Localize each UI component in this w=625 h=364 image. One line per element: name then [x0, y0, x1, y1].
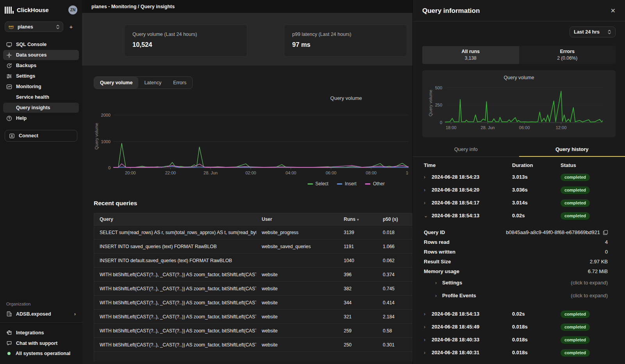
app-window: ClickHouse ZN aws planes + SQL Console — [0, 0, 625, 364]
profile-events-expander[interactable]: ›Profile Events (click to expand) — [413, 289, 625, 302]
tab-query-info[interactable]: Query info — [413, 143, 519, 156]
history-row[interactable]: › 2024-06-28 18:54:13 0.02s completed — [413, 307, 625, 320]
sidebar-item-integrations[interactable]: Integrations — [0, 327, 82, 338]
sidebar-item-label: Help — [16, 115, 27, 121]
sidebar-item-label: Backups — [16, 63, 36, 68]
copy-icon[interactable] — [603, 230, 608, 235]
query-volume-chart: Query volume 01000200020:0022:0028. Jun0… — [94, 92, 412, 190]
time-range-select[interactable]: Last 24 hrs — [570, 27, 616, 37]
settings-expander[interactable]: ›Settings (click to expand) — [413, 276, 625, 289]
svg-text:08:00: 08:00 — [366, 170, 377, 175]
organization-icon — [6, 311, 12, 317]
stat-label: p99 latency (Last 24 hours) — [292, 32, 399, 37]
stats-band: Query volume (Last 24 hours) 10,524 p99 … — [82, 13, 412, 66]
toggle-errors[interactable]: Errors 2 (0.06%) — [519, 46, 616, 64]
history-row[interactable]: › 2024-06-28 18:45:49 0.018s completed — [413, 320, 625, 333]
legend-label: Insert — [345, 181, 357, 186]
column-runs[interactable]: Runs▾ — [338, 217, 377, 222]
chart-title: Query volume — [330, 95, 362, 101]
table-row[interactable]: INSERT INTO default.saved_queries (text)… — [94, 253, 412, 267]
service-select[interactable]: aws planes — [5, 21, 63, 32]
chevron-right-icon: › — [424, 174, 432, 180]
chat-support-label: Chat with support — [16, 341, 57, 346]
history-row[interactable]: › 2024-06-28 18:54:20 3.036s completed — [413, 183, 625, 196]
history-row[interactable]: › 2024-06-28 18:40:31 0.018s completed — [413, 346, 625, 359]
system-status[interactable]: All systems operational — [0, 348, 82, 359]
sidebar-item-label: Service health — [16, 94, 49, 100]
chevron-right-icon: › — [424, 324, 432, 330]
detail-result-size: Result Size 2.97 KB — [413, 257, 625, 266]
toggle-label: Errors — [519, 49, 616, 54]
svg-text:500: 500 — [435, 85, 442, 90]
user-avatar[interactable]: ZN — [68, 5, 77, 14]
svg-text:22:00: 22:00 — [165, 170, 176, 175]
tab-latency[interactable]: Latency — [138, 77, 167, 89]
status-badge: completed — [561, 336, 590, 344]
status-badge: completed — [561, 174, 590, 181]
legend-item-select[interactable]: Select — [307, 181, 328, 186]
svg-text:28. Jun: 28. Jun — [204, 170, 218, 175]
data-sources-icon — [6, 52, 12, 58]
status-badge: completed — [561, 212, 590, 220]
sidebar-item-chat-support[interactable]: Chat with support — [0, 338, 82, 348]
sidebar-item-label: SQL Console — [16, 42, 46, 47]
status-badge: completed — [561, 186, 590, 194]
brand-name: ClickHouse — [17, 7, 68, 13]
chevron-right-icon: › — [435, 280, 437, 286]
service-select-value: planes — [18, 24, 53, 30]
toggle-label: All runs — [422, 49, 519, 54]
history-row[interactable]: › 2024-06-28 18:54:23 3.013s completed — [413, 170, 625, 183]
chevron-right-icon: › — [424, 337, 432, 343]
table-row[interactable]: SELECT sum(read_rows) AS r, sum(total_ro… — [94, 225, 412, 239]
history-row[interactable]: › 2024-06-28 18:40:33 0.018s completed — [413, 333, 625, 346]
chevron-right-icon: › — [424, 311, 432, 317]
close-icon[interactable]: ✕ — [611, 8, 616, 14]
table-row[interactable]: WITH bitShiftLeft(CAST(?..), _CAST(?..))… — [94, 295, 412, 309]
breadcrumb: planes - Monitoring / Query insights — [91, 4, 175, 9]
table-row[interactable]: INSERT INTO saved_queries (text) FORMAT … — [94, 239, 412, 253]
table-row[interactable]: WITH bitShiftLeft(CAST(?..), _CAST(?..))… — [94, 337, 412, 352]
tab-query-history[interactable]: Query history — [519, 143, 625, 157]
column-time: Time — [424, 162, 512, 168]
legend-item-insert[interactable]: Insert — [337, 181, 357, 186]
sidebar-item-backups[interactable]: Backups — [3, 60, 79, 71]
stat-value: 10,524 — [132, 41, 239, 48]
add-service-button[interactable]: + — [67, 23, 75, 30]
sidebar-item-settings[interactable]: Settings — [3, 71, 79, 81]
integrations-icon — [6, 330, 12, 336]
stat-card-query-volume: Query volume (Last 24 hours) 10,524 — [124, 25, 247, 57]
sidebar-item-service-health[interactable]: Service health — [3, 92, 79, 102]
table-row[interactable]: WITH bitShiftLeft(CAST(?..), _CAST(?..))… — [94, 281, 412, 295]
organization-switcher[interactable]: ADSB.exposed › — [0, 309, 82, 322]
column-user: User — [256, 217, 338, 222]
svg-text:06:00: 06:00 — [326, 170, 337, 175]
svg-text:Query volume: Query volume — [94, 123, 99, 149]
sidebar-item-help[interactable]: Help — [3, 113, 79, 123]
svg-text:0: 0 — [440, 120, 442, 125]
history-header: Time Duration Status — [413, 157, 625, 170]
sidebar-item-sql-console[interactable]: SQL Console — [3, 39, 79, 50]
mini-chart-title: Query volume — [428, 75, 610, 80]
connect-button[interactable]: Connect — [5, 130, 77, 142]
chevron-right-icon: › — [74, 311, 76, 317]
chevron-right-icon: › — [424, 200, 432, 206]
svg-text:10:00: 10:00 — [406, 170, 409, 175]
stat-card-p99-latency: p99 latency (Last 24 hours) 97 ms — [284, 25, 407, 57]
table-row[interactable]: WITH bitShiftLeft(CAST(?..), _CAST(?..))… — [94, 309, 412, 323]
history-row-expanded[interactable]: ⌄ 2024-06-28 18:54:13 0.02s completed — [413, 209, 625, 222]
svg-text:aws: aws — [9, 25, 14, 28]
history-row[interactable]: › 2024-06-28 18:54:17 3.014s completed — [413, 196, 625, 209]
toggle-all-runs[interactable]: All runs 3,138 — [422, 46, 519, 64]
tab-errors[interactable]: Errors — [167, 77, 192, 89]
sidebar-item-query-insights[interactable]: Query insights — [3, 103, 79, 113]
table-row[interactable]: WITH bitShiftLeft(CAST(?..), _CAST(?..))… — [94, 267, 412, 281]
legend-item-other[interactable]: Other — [365, 181, 385, 186]
sidebar-item-monitoring[interactable]: Monitoring — [3, 82, 79, 92]
detail-query-id: Query ID b0845aa9-a8c9-49f0-8f68-e678669… — [413, 227, 625, 237]
sidebar-item-data-sources[interactable]: Data sources — [3, 50, 79, 60]
svg-text:12:00: 12:00 — [556, 125, 567, 130]
toggle-value: 2 (0.06%) — [519, 55, 616, 61]
table-row[interactable]: WITH bitShiftLeft(CAST(?..), _CAST(?..))… — [94, 323, 412, 337]
tab-query-volume[interactable]: Query volume — [94, 77, 138, 89]
svg-text:04:00: 04:00 — [286, 170, 296, 175]
